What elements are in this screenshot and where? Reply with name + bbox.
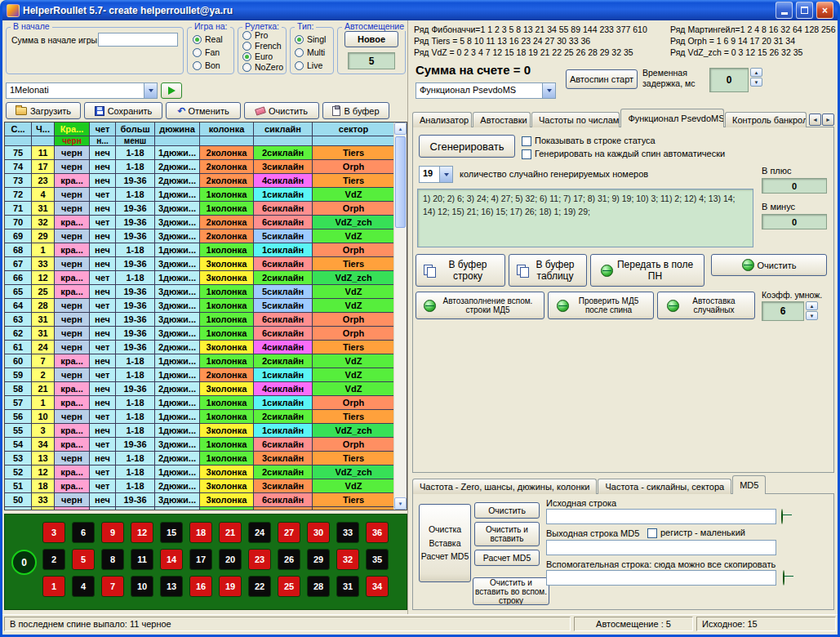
- radio-live[interactable]: Live: [295, 60, 322, 70]
- chevron-down-icon[interactable]: [144, 83, 157, 98]
- radio-real[interactable]: Real: [193, 34, 223, 44]
- table-row[interactable]: 681кра...неч1-181дюжи...1колонка1сиклайн…: [5, 243, 395, 257]
- board-number-6[interactable]: 6: [72, 522, 95, 543]
- tab-scroll-left-icon[interactable]: ◄: [809, 114, 821, 126]
- board-number-11[interactable]: 11: [131, 549, 153, 570]
- radio-nozero[interactable]: NoZero: [242, 62, 283, 72]
- chevron-down-icon[interactable]: [542, 83, 555, 98]
- tab-analyzer[interactable]: Анализатор: [412, 112, 472, 127]
- to-buffer-button[interactable]: В буфер: [322, 102, 389, 119]
- start-sum-input[interactable]: [98, 33, 178, 47]
- board-number-34[interactable]: 34: [366, 576, 389, 597]
- generated-numbers-text[interactable]: 1) 20; 2) 6; 3) 24; 4) 27; 5) 32; 6) 11;…: [417, 189, 753, 247]
- table-row[interactable]: 5033черннеч19-363дюжи...3колонка6сиклайн…: [5, 493, 395, 507]
- board-number-30[interactable]: 30: [307, 522, 330, 543]
- globe-icon[interactable]: [781, 509, 783, 524]
- close-button[interactable]: ×: [816, 2, 833, 19]
- table-row[interactable]: 7032кра...чет19-363дюжи...2колонка6сикла…: [5, 216, 395, 229]
- history-table-scrollbar[interactable]: ▲ ▼: [393, 122, 407, 510]
- check-md5-button[interactable]: Проверить МД5 после спина: [548, 292, 654, 319]
- table-row[interactable]: 6331черннеч19-363дюжи...1колонка6сиклайн…: [5, 313, 395, 327]
- table-row[interactable]: 5610чернчет1-181дюжи...1колонка2сиклайнT…: [5, 410, 395, 424]
- autofill-md5-button[interactable]: Автозаполнение вспом. строки МД5: [416, 292, 544, 319]
- autospin-start-button[interactable]: Автоспин старт: [566, 69, 638, 89]
- board-number-36[interactable]: 36: [366, 522, 389, 543]
- board-number-24[interactable]: 24: [248, 522, 271, 543]
- table-row[interactable]: 5212кра...чет1-181дюжи...3колонка2сиклай…: [5, 466, 395, 479]
- out-md5-input[interactable]: [546, 540, 776, 555]
- radio-euro[interactable]: Euro: [242, 51, 273, 61]
- board-number-15[interactable]: 15: [160, 522, 183, 543]
- table-row[interactable]: 4916кра...чет1-182дюжи...1колонка3сиклай…: [5, 507, 395, 510]
- tab-freq-chances[interactable]: Частота - Zero, шансы, дюжины, колонки: [412, 479, 597, 494]
- table-row[interactable]: 5313черннеч1-182дюжи...1колонка3сиклайнT…: [5, 452, 395, 466]
- radio-french[interactable]: French: [242, 41, 282, 51]
- preset-combo[interactable]: 1Melonati: [6, 82, 158, 99]
- undo-button[interactable]: ↶Отменить: [166, 102, 241, 119]
- board-number-2[interactable]: 2: [42, 549, 65, 570]
- save-button[interactable]: Сохранить: [84, 102, 162, 119]
- table-row[interactable]: 6612кра...чет1-181дюжи...3колонка2сиклай…: [5, 271, 395, 285]
- board-number-29[interactable]: 29: [307, 549, 330, 570]
- transfer-button[interactable]: Передать в поле ПН: [590, 254, 704, 287]
- tab-autobets[interactable]: Автоставки: [473, 112, 531, 127]
- board-number-20[interactable]: 20: [219, 549, 242, 570]
- table-row[interactable]: 6124чернчет19-362дюжи...3колонка4сиклайн…: [5, 341, 395, 354]
- board-number-5[interactable]: 5: [72, 549, 95, 570]
- board-number-13[interactable]: 13: [160, 576, 183, 597]
- autobet-random-button[interactable]: Автоставка случайных: [657, 292, 755, 319]
- aux-input[interactable]: [546, 570, 776, 586]
- md5-clear-paste-aux-button[interactable]: Очистить и вставить во вспом. строку: [473, 577, 549, 605]
- column-header[interactable]: С...: [5, 122, 32, 136]
- count-combo[interactable]: 19: [419, 166, 453, 183]
- table-row[interactable]: 6525кра...неч19-363дюжи...1колонка5сикла…: [5, 285, 395, 299]
- functional-combo[interactable]: Функционал PsevdoMS: [416, 82, 556, 99]
- scroll-up-icon[interactable]: ▲: [394, 122, 407, 135]
- table-row[interactable]: 7417черннеч1-182дюжи...2колонка3сиклайнO…: [5, 160, 395, 174]
- chevron-down-icon[interactable]: [439, 167, 452, 182]
- load-button[interactable]: Загрузить: [6, 102, 81, 119]
- tab-frequencies[interactable]: Частоты по числам: [531, 112, 620, 127]
- board-number-28[interactable]: 28: [307, 576, 330, 597]
- radio-bon[interactable]: Bon: [193, 60, 220, 70]
- board-number-22[interactable]: 22: [248, 576, 271, 597]
- maximize-button[interactable]: [796, 2, 813, 19]
- buffer-table-button[interactable]: В буфер таблицу: [509, 254, 587, 287]
- column-header[interactable]: колонка: [200, 122, 254, 136]
- radio-singl[interactable]: Singl: [295, 34, 326, 44]
- board-number-25[interactable]: 25: [278, 576, 300, 597]
- board-number-7[interactable]: 7: [101, 576, 124, 597]
- scroll-down-icon[interactable]: ▼: [394, 497, 407, 510]
- board-number-10[interactable]: 10: [131, 576, 153, 597]
- clear-button[interactable]: Очистить: [244, 102, 319, 119]
- delay-value[interactable]: 0: [709, 68, 749, 92]
- table-row[interactable]: 6929черннеч19-363дюжи...2колонка5сиклайн…: [5, 229, 395, 243]
- board-number-9[interactable]: 9: [101, 522, 124, 543]
- board-number-1[interactable]: 1: [42, 576, 65, 597]
- board-number-8[interactable]: 8: [101, 549, 124, 570]
- board-number-33[interactable]: 33: [336, 522, 359, 543]
- table-row[interactable]: 6428чернчет19-363дюжи...1колонка5сиклайн…: [5, 299, 395, 313]
- board-number-17[interactable]: 17: [189, 549, 212, 570]
- board-number-26[interactable]: 26: [278, 549, 300, 570]
- table-row[interactable]: 5821кра...неч19-362дюжи...3колонка4сикла…: [5, 382, 395, 396]
- column-header[interactable]: больш: [116, 122, 155, 136]
- table-row[interactable]: 7511черннеч1-181дюжи...2колонка2сиклайнT…: [5, 146, 395, 160]
- register-checkbox[interactable]: регистр - маленький: [647, 528, 745, 538]
- column-header[interactable]: сектор: [313, 122, 395, 136]
- board-zero[interactable]: 0: [11, 550, 37, 575]
- spin-up-icon[interactable]: ▲: [750, 68, 762, 77]
- table-row[interactable]: 607кра...неч1-181дюжи...1колонка2сиклайн…: [5, 354, 395, 368]
- column-header[interactable]: сиклайн: [254, 122, 313, 136]
- md5-clear-paste-button[interactable]: Очистить и вставить: [474, 522, 540, 546]
- board-number-27[interactable]: 27: [278, 522, 300, 543]
- board-number-4[interactable]: 4: [72, 576, 95, 597]
- plus-value[interactable]: 0: [762, 178, 827, 194]
- buffer-row-button[interactable]: В буфер строку: [416, 254, 505, 287]
- board-number-35[interactable]: 35: [366, 549, 389, 570]
- tab-scroll-right-icon[interactable]: ►: [822, 114, 834, 126]
- minimize-button[interactable]: [776, 2, 793, 19]
- spin-down-icon[interactable]: ▼: [806, 311, 818, 320]
- board-number-3[interactable]: 3: [42, 522, 65, 543]
- column-header[interactable]: чет: [90, 122, 116, 136]
